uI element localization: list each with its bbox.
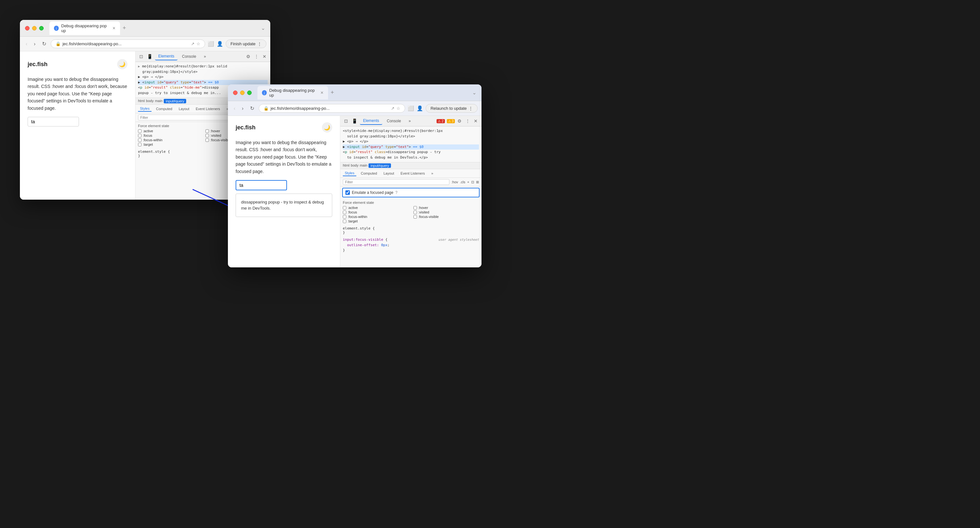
filter-input-2[interactable]: [343, 179, 449, 185]
checkbox-focus-1[interactable]: [138, 134, 142, 137]
reload-button-1[interactable]: ↻: [40, 40, 48, 48]
state-focus-visible-2[interactable]: :focus-visible: [414, 215, 479, 219]
checkbox-active-2[interactable]: [343, 206, 346, 210]
state-visited-2[interactable]: :visited: [414, 210, 479, 214]
checkbox-visited-1[interactable]: [205, 134, 209, 137]
devtools-select-icon-1[interactable]: ⊡: [138, 53, 145, 60]
extensions-icon-1[interactable]: ⬜: [208, 41, 214, 47]
address-bar-1[interactable]: 🔒 jec.fish/demo/disappearing-po... ↗ ☆: [51, 40, 205, 48]
breadcrumb-html-1[interactable]: html: [138, 99, 145, 103]
devtools-settings-icon-1[interactable]: ⚙: [245, 53, 252, 60]
breadcrumb-main-1[interactable]: main: [155, 99, 163, 103]
more-style-opts-2[interactable]: ⊡: [471, 180, 474, 184]
state-focus-within-1[interactable]: :focus-within: [138, 138, 200, 142]
checkbox-active-1[interactable]: [138, 129, 142, 133]
state-focus-1[interactable]: :focus: [138, 134, 200, 137]
dark-mode-button-2[interactable]: 🌙: [322, 122, 332, 132]
checkbox-target-1[interactable]: [138, 143, 142, 146]
checkbox-focus-visible-1[interactable]: [205, 138, 209, 142]
computed-tab-2[interactable]: Computed: [359, 171, 379, 176]
layout-tab-2[interactable]: Layout: [382, 171, 396, 176]
back-button-1[interactable]: ‹: [24, 40, 29, 48]
active-tab-2[interactable]: j Debug disappearing pop up ✕: [258, 86, 328, 100]
profile-icon-1[interactable]: 👤: [217, 41, 223, 47]
breadcrumb-body-1[interactable]: body: [146, 99, 154, 103]
breadcrumb-input-2[interactable]: input#query: [369, 163, 391, 168]
new-tab-button-1[interactable]: +: [123, 25, 126, 32]
devtools-tab-console-2[interactable]: Console: [383, 118, 404, 124]
devtools-settings-icon-2[interactable]: ⚙: [456, 118, 463, 124]
forward-button-1[interactable]: ›: [32, 40, 37, 48]
extensions-icon-2[interactable]: ⬜: [408, 105, 414, 111]
layout-tab-1[interactable]: Layout: [177, 106, 191, 111]
relaunch-button[interactable]: Relaunch to update ⋮: [426, 104, 478, 113]
devtools-close-icon-1[interactable]: ✕: [261, 53, 268, 60]
minimize-button-1[interactable]: [32, 26, 37, 30]
checkbox-focus-within-2[interactable]: [343, 215, 346, 219]
maximize-button-1[interactable]: [39, 26, 44, 30]
reload-button-2[interactable]: ↻: [248, 104, 256, 113]
hov-button-2[interactable]: :hov: [451, 180, 458, 184]
styles-tab-1[interactable]: Styles: [138, 106, 151, 112]
devtools-close-icon-2[interactable]: ✕: [473, 118, 479, 124]
devtools-device-icon-1[interactable]: 📱: [146, 53, 154, 60]
checkbox-focus-within-1[interactable]: [138, 138, 142, 142]
devtools-tab-elements-1[interactable]: Elements: [155, 52, 178, 60]
breadcrumb-html-2[interactable]: html: [343, 163, 350, 168]
minimize-button-2[interactable]: [240, 91, 245, 95]
checkbox-hover-1[interactable]: [205, 129, 209, 133]
new-tab-button-2[interactable]: +: [331, 89, 334, 96]
tab-close-2[interactable]: ✕: [320, 91, 324, 95]
forward-button-2[interactable]: ›: [240, 104, 245, 113]
state-hover-2[interactable]: :hover: [414, 206, 479, 210]
tab-close-1[interactable]: ✕: [112, 26, 116, 30]
checkbox-hover-2[interactable]: [414, 206, 417, 210]
devtools-more-icon-2[interactable]: ⋮: [464, 118, 471, 124]
query-input-1[interactable]: [28, 117, 79, 126]
checkbox-visited-2[interactable]: [414, 211, 417, 214]
finish-update-button[interactable]: Finish update ⋮: [226, 40, 266, 48]
dark-mode-button-1[interactable]: 🌙: [117, 59, 127, 69]
state-target-2[interactable]: :target: [343, 219, 408, 223]
computed-tab-1[interactable]: Computed: [154, 106, 174, 111]
copy-style-2[interactable]: ⊞: [476, 180, 479, 184]
maximize-button-2[interactable]: [247, 91, 252, 95]
styles-tab-2[interactable]: Styles: [343, 170, 356, 176]
devtools-select-icon-2[interactable]: ⊡: [343, 118, 349, 124]
event-listeners-tab-1[interactable]: Event Listeners: [194, 106, 222, 111]
state-focus-within-2[interactable]: :focus-within: [343, 215, 408, 219]
address-bar-2[interactable]: 🔒 jec.fish/demo/disappearing-po... ↗ ☆: [259, 104, 406, 113]
checkbox-focus-2[interactable]: [343, 211, 346, 214]
state-active-1[interactable]: :active: [138, 129, 200, 133]
emulate-focused-checkbox[interactable]: [345, 190, 350, 195]
checkbox-focus-visible-2[interactable]: [414, 215, 417, 219]
close-button-2[interactable]: [233, 91, 237, 95]
query-input-2[interactable]: [235, 180, 287, 190]
more-styles-tab-2[interactable]: »: [430, 171, 435, 176]
tab-menu-1[interactable]: ⌄: [261, 25, 265, 31]
breadcrumb-input-1[interactable]: input#query: [164, 99, 186, 103]
filter-input-1[interactable]: [138, 115, 243, 120]
event-listeners-tab-2[interactable]: Event Listeners: [399, 171, 427, 176]
devtools-tab-elements-2[interactable]: Elements: [360, 117, 382, 125]
devtools-tab-more-2[interactable]: »: [406, 118, 414, 124]
add-style-2[interactable]: +: [468, 180, 469, 184]
state-focus-2[interactable]: :focus: [343, 210, 408, 214]
close-button-1[interactable]: [25, 26, 30, 30]
devtools-tab-console-1[interactable]: Console: [179, 53, 199, 60]
emulate-focused-row[interactable]: Emulate a focused page ?: [342, 188, 480, 197]
state-target-1[interactable]: :target: [138, 143, 200, 146]
cls-button-2[interactable]: .cls: [460, 180, 465, 184]
devtools-more-icon-1[interactable]: ⋮: [253, 53, 260, 60]
back-button-2[interactable]: ‹: [232, 104, 237, 113]
breadcrumb-body-2[interactable]: body: [351, 163, 358, 168]
state-active-2[interactable]: :active: [343, 206, 408, 210]
tab-menu-2[interactable]: ⌄: [472, 89, 476, 95]
breadcrumb-main-2[interactable]: main: [360, 163, 368, 168]
devtools-tab-more-1[interactable]: »: [200, 53, 209, 60]
devtools-device-icon-2[interactable]: 📱: [350, 118, 358, 124]
active-tab-1[interactable]: j Debug disappearing pop up ✕: [49, 22, 120, 35]
help-icon-emulate[interactable]: ?: [395, 190, 398, 195]
checkbox-target-2[interactable]: [343, 219, 346, 223]
profile-icon-2[interactable]: 👤: [417, 105, 423, 111]
